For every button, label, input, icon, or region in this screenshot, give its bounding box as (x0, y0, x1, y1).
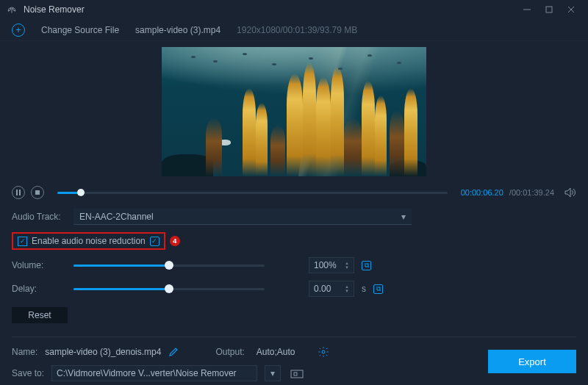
maximize-button[interactable] (538, 2, 560, 17)
source-metadata: 1920x1080/00:01:39/93.79 MB (237, 25, 357, 35)
volume-input[interactable]: 100% ▲▼ (309, 257, 354, 273)
audio-track-label: Audio Track: (12, 212, 66, 222)
volume-apply-all-icon[interactable]: ⧉ (362, 261, 371, 270)
enable-noise-reduction-highlight: ✓ Enable audio noise reduction ✓ 4 (12, 232, 165, 250)
open-folder-icon[interactable] (288, 365, 306, 381)
stop-button[interactable] (31, 186, 44, 199)
close-button[interactable] (560, 2, 582, 17)
current-time: 00:00:06.20 (461, 188, 503, 197)
svg-point-7 (322, 350, 325, 353)
progress-thumb[interactable] (77, 189, 85, 196)
edit-name-icon[interactable] (168, 347, 179, 357)
delay-input[interactable]: 0.00 ▲▼ (309, 281, 354, 297)
output-label: Output: (215, 347, 244, 357)
minimize-button[interactable] (516, 2, 538, 17)
delay-apply-all-icon[interactable]: ⧉ (373, 284, 383, 294)
name-value: sample-video (3)_denois.mp4 (45, 347, 161, 358)
reset-button[interactable]: Reset (12, 307, 68, 323)
delay-label: Delay: (12, 284, 66, 294)
enable-noise-checkbox[interactable]: ✓ (18, 237, 27, 246)
saveto-label: Save to: (12, 368, 44, 378)
delay-slider[interactable] (74, 288, 265, 290)
change-source-button[interactable]: Change Source File (41, 25, 119, 35)
chevron-down-icon: ▾ (401, 212, 406, 222)
svg-rect-9 (294, 373, 297, 375)
svg-rect-1 (546, 7, 552, 12)
source-filename: sample-video (3).mp4 (135, 25, 220, 35)
output-value: Auto;Auto (257, 347, 295, 357)
audio-track-select[interactable]: EN-AAC-2Channel ▾ (74, 209, 412, 225)
progress-bar[interactable] (57, 192, 448, 194)
enable-noise-label: Enable audio noise reduction (32, 236, 146, 246)
delay-value: 0.00 (314, 284, 331, 294)
add-source-icon[interactable]: + (12, 24, 25, 37)
volume-icon[interactable] (564, 187, 576, 198)
saveto-dropdown[interactable]: ▾ (265, 365, 281, 381)
delay-spinners[interactable]: ▲▼ (345, 284, 349, 293)
svg-rect-4 (16, 190, 18, 195)
volume-thumb[interactable] (165, 261, 173, 270)
delay-unit: s (362, 284, 366, 294)
audio-track-value: EN-AAC-2Channel (79, 212, 154, 222)
volume-value: 100% (314, 260, 337, 270)
pause-button[interactable] (12, 186, 25, 199)
volume-label: Volume: (12, 260, 66, 270)
svg-rect-5 (19, 190, 21, 195)
name-label: Name: (12, 347, 37, 357)
export-button[interactable]: Export (488, 350, 576, 373)
delay-thumb[interactable] (165, 284, 173, 293)
annotation-badge: 4 (170, 236, 180, 246)
total-time: /00:01:39.24 (509, 188, 554, 197)
svg-rect-6 (35, 190, 40, 195)
saveto-path[interactable]: C:\Vidmore\Vidmore V...verter\Noise Remo… (51, 365, 257, 381)
app-icon (6, 4, 18, 15)
output-settings-icon[interactable] (318, 346, 329, 358)
volume-slider[interactable] (74, 265, 265, 267)
volume-spinners[interactable]: ▲▼ (345, 261, 349, 270)
apply-all-icon[interactable]: ✓ (150, 237, 159, 246)
window-title: Noise Remover (24, 4, 516, 15)
video-preview[interactable] (162, 47, 426, 176)
